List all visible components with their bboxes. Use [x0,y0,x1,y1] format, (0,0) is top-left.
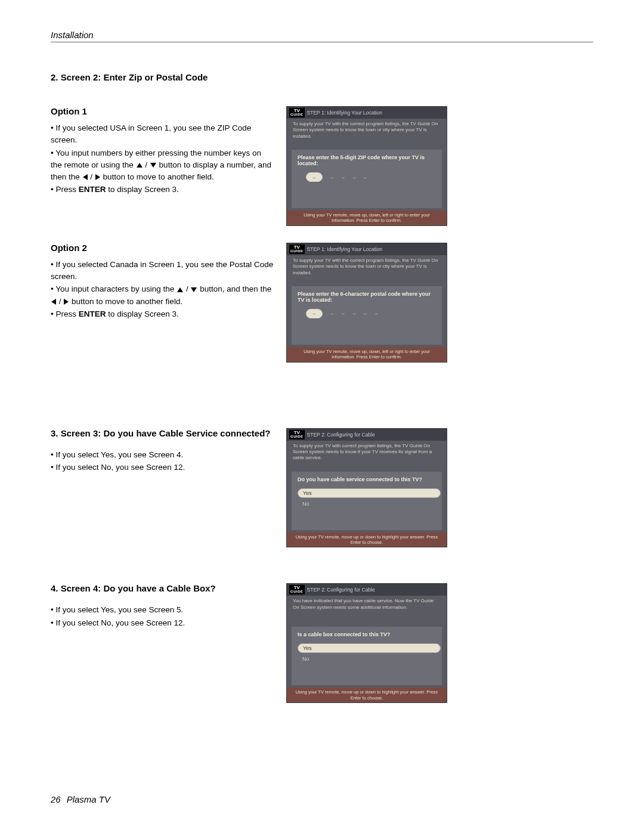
tvguide-logo: TVGUIDE [289,244,305,254]
sec4-b2: • If you select No, you see Screen 12. [51,617,274,629]
opt1-b3b: to display Screen 3. [106,185,179,194]
cable-prompt: Do you have cable service connected to t… [298,476,436,482]
postal-dash: – [342,311,344,316]
footer-label: Plasma TV [67,794,110,804]
opt1-b3a: • Press [51,185,79,194]
page-header: Installation [51,30,593,40]
zip-dash: – [342,175,344,180]
postal-dash: – [364,311,366,316]
postal-desc: To supply your TV with the correct progr… [287,255,447,286]
cablebox-option-no[interactable]: No [298,654,441,664]
zip-dash: – [331,175,333,180]
down-arrow-icon [191,287,197,292]
zip-footer: Using your TV remote, move up, down, lef… [287,210,447,225]
postal-char-1[interactable]: – [306,309,323,318]
opt2-b3a: • Press [51,309,79,318]
screenshot-zip: TVGUIDE STEP 1: Identifying Your Locatio… [286,106,447,226]
opt2-b3: • Press ENTER to display Screen 3. [51,308,274,320]
section2-heading: 2. Screen 2: Enter Zip or Postal Code [51,72,593,82]
zip-input-row: – – – – – [306,172,436,182]
sec3-b1: • If you select Yes, you see Screen 4. [51,449,274,461]
slash2: / [88,172,95,181]
cable-option-no[interactable]: No [298,499,441,509]
screenshot-postal: TVGUIDE STEP 1: Identifying Your Locatio… [286,243,447,363]
postal-input-row: – – – – – – [306,309,436,318]
opt2-b3b: to display Screen 3. [106,309,179,318]
up-arrow-icon [177,287,183,292]
opt2-b2a: • You input characters by using the [51,284,177,293]
cablebox-desc: You have indicated that you have cable s… [287,596,447,627]
page-footer: 26Plasma TV [51,794,110,804]
page-number: 26 [51,794,61,804]
section4-heading: 4. Screen 4: Do you have a Cable Box? [51,583,274,593]
down-arrow-icon [150,163,156,168]
slash: / [143,160,150,169]
postal-dash: – [331,311,333,316]
option1-label: Option 1 [51,106,274,116]
slash4: / [57,297,63,306]
tvguide-logo: TVGUIDE [289,108,305,117]
option2-label: Option 2 [51,243,274,253]
cable-option-yes[interactable]: Yes [298,488,441,498]
postal-dash: – [353,311,355,316]
sec4-b1: • If you select Yes, you see Screen 5. [51,604,274,616]
option1-block: Option 1 • If you selected USA in Screen… [51,106,593,226]
section3-heading: 3. Screen 3: Do you have Cable Service c… [51,428,274,438]
cablebox-prompt: Is a cable box connected to this TV? [298,631,436,637]
zip-dash: – [364,175,366,180]
screenshot-cable: TVGUIDE STEP 2: Configuring for Cable To… [286,428,447,548]
postal-title: STEP 1: Identifying Your Location [307,246,383,252]
cablebox-footer: Using your TV remote, move up or down to… [287,688,447,702]
zip-prompt: Please enter the 5-digit ZIP code where … [298,154,436,166]
opt1-b2: • You input numbers by either pressing t… [51,147,274,184]
opt1-b1: • If you selected USA in Screen 1, you s… [51,122,274,147]
zip-digit-1[interactable]: – [306,172,323,182]
left-arrow-icon [83,174,88,180]
postal-footer: Using your TV remote, move up, down, lef… [287,347,447,362]
cable-desc: To supply your TV with correct program l… [287,441,447,472]
postal-prompt: Please enter the 6-character postal code… [298,291,436,303]
cable-footer: Using your TV remote, move up or down to… [287,532,447,547]
opt2-b1: • If you selected Canada in Screen 1, yo… [51,259,274,283]
opt2-enter: ENTER [79,309,106,318]
opt1-enter: ENTER [79,185,106,194]
slash3: / [184,284,190,293]
opt1-b3: • Press ENTER to display Screen 3. [51,184,274,196]
left-arrow-icon [51,299,56,305]
tvguide-logo: TVGUIDE [289,430,305,439]
zip-title: STEP 1: Identifying Your Location [307,110,383,116]
opt1-b2c: button to move to another field. [101,172,214,181]
opt2-b2: • You input characters by using the / bu… [51,283,274,308]
right-arrow-icon [95,174,100,180]
opt2-b2c: button to move to another field. [69,297,182,306]
header-rule [51,42,593,42]
sec3-b2: • If you select No, you see Screen 12. [51,462,274,473]
cablebox-option-yes[interactable]: Yes [298,643,441,653]
zip-desc: To supply your TV with the correct progr… [287,119,447,150]
screenshot-cablebox: TVGUIDE STEP 2: Configuring for Cable Yo… [286,583,447,703]
right-arrow-icon [64,299,69,305]
opt2-b2b: button, and then the [197,284,271,293]
cablebox-title: STEP 2: Configuring for Cable [307,587,375,593]
option2-block: Option 2 • If you selected Canada in Scr… [51,243,593,363]
cable-title: STEP 2: Configuring for Cable [307,432,375,438]
tvguide-logo: TVGUIDE [289,585,305,594]
up-arrow-icon [137,163,143,168]
zip-dash: – [353,175,355,180]
section4-block: 4. Screen 4: Do you have a Cable Box? • … [51,583,593,703]
postal-dash: – [375,311,377,316]
section3-block: 3. Screen 3: Do you have Cable Service c… [51,428,593,548]
